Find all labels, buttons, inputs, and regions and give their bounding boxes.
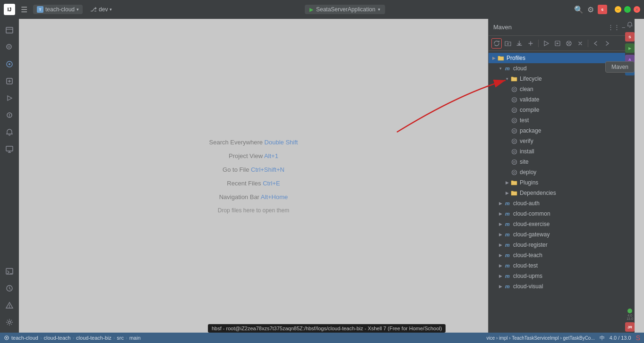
maven-add-folder-icon[interactable] — [503, 38, 513, 49]
main-breadcrumb[interactable]: main — [129, 335, 141, 341]
tree-item-clean[interactable]: clean — [489, 84, 635, 94]
sidebar-icon-clock[interactable] — [2, 281, 17, 296]
tree-item-validate[interactable]: validate — [489, 94, 635, 105]
sidebar-icon-git[interactable] — [2, 57, 17, 72]
folder-icon-profiles — [497, 54, 505, 62]
hamburger-icon[interactable]: ☰ — [19, 3, 29, 16]
install-label: install — [520, 148, 534, 155]
sidebar-icon-settings[interactable] — [2, 315, 17, 330]
chevron-cloud-gateway: ▶ — [497, 231, 504, 238]
maven-run-debug-icon[interactable] — [552, 38, 563, 49]
maven-forward-icon[interactable] — [602, 38, 612, 49]
close-button[interactable]: × — [634, 6, 640, 13]
tree-item-cloud-register[interactable]: ▶ m cloud-register — [489, 240, 635, 250]
tree-item-cloud-exercise[interactable]: ▶ m cloud-exercise — [489, 219, 635, 229]
main-area: Search Everywhere Double Shift Project V… — [19, 19, 635, 334]
chinese-label[interactable]: 中 — [600, 335, 605, 342]
maven-reload-icon[interactable] — [491, 38, 502, 49]
tree-item-compile[interactable]: compile — [489, 105, 635, 115]
tree-item-plugins[interactable]: ▶ Plugins — [489, 177, 635, 188]
minimize-button[interactable]: − — [615, 6, 621, 13]
tree-item-site[interactable]: site — [489, 157, 635, 167]
svg-point-17 — [512, 87, 516, 92]
maven-header: Maven ⋮⋮ — — [489, 19, 635, 36]
cloud-upms-label: cloud-upms — [513, 273, 542, 279]
m-icon-cloud: m — [504, 65, 511, 72]
gear-icon-deploy — [510, 168, 518, 176]
maven-skip-icon[interactable] — [564, 38, 574, 49]
cloud-visual-label: cloud-visual — [513, 283, 543, 290]
tree-item-dependencies[interactable]: ▶ Dependencies — [489, 188, 635, 198]
maven-back-icon[interactable] — [591, 38, 601, 49]
svg-rect-9 — [6, 268, 13, 274]
version-label-1: 4.0 — [627, 314, 632, 317]
src-breadcrumb[interactable]: src — [117, 335, 124, 341]
verify-label: verify — [520, 138, 533, 144]
m-icon-cloud-test: m — [504, 262, 511, 269]
sidebar-icon-terminal[interactable] — [2, 264, 17, 279]
shortcut-project: Alt+1 — [264, 152, 278, 159]
tree-item-cloud-teach[interactable]: ▶ m cloud-teach — [489, 250, 635, 260]
shortcut-goto: Ctrl+Shift+N — [251, 166, 284, 173]
module-breadcrumb[interactable]: cloud-teach — [44, 335, 71, 341]
sidebar-icon-run[interactable] — [2, 91, 17, 106]
app-run-icon: ▶ — [309, 7, 313, 13]
m-icon-cloud-register: m — [504, 241, 511, 249]
chevron-cloud: ▾ — [497, 65, 504, 72]
m-icon-cloud-common: m — [504, 210, 511, 218]
svg-point-4 — [9, 63, 10, 65]
tree-item-lifecycle[interactable]: ▾ Lifecycle — [489, 74, 635, 84]
sidebar-icon-build[interactable] — [2, 74, 17, 89]
s-icon[interactable]: S — [636, 334, 640, 342]
search-icon[interactable]: 🔍 — [574, 5, 584, 14]
folder-icon-dependencies — [510, 189, 518, 197]
maven-options-icon[interactable]: ⋮⋮ — [609, 23, 618, 32]
tree-item-test[interactable]: test — [489, 115, 635, 125]
chevron-cloud-upms: ▶ — [497, 273, 504, 279]
tree-item-package[interactable]: package — [489, 125, 635, 136]
sidebar-icon-debug[interactable] — [2, 108, 17, 123]
maven-stop-icon[interactable] — [575, 38, 585, 49]
sidebar-icon-monitor[interactable] — [2, 142, 17, 157]
tree-item-install[interactable]: install — [489, 146, 635, 157]
m-icon-cloud-upms: m — [504, 272, 511, 280]
svg-marker-6 — [8, 96, 12, 100]
chevron-cloud-exercise: ▶ — [497, 221, 504, 227]
app-name-selector[interactable]: ▶ SeataServerApplication ▾ — [305, 5, 385, 14]
project-selector[interactable]: T teach-cloud ▾ — [33, 5, 83, 14]
tree-item-deploy[interactable]: deploy — [489, 167, 635, 177]
tree-item-cloud-visual[interactable]: ▶ m cloud-visual — [489, 281, 635, 292]
right-plugin-icon-2[interactable]: ▶ — [625, 43, 635, 53]
breadcrumb-segment: teach-cloud › cloud-teach › cloud-teach-… — [4, 335, 141, 341]
svg-point-21 — [512, 108, 516, 112]
tree-item-cloud-auth[interactable]: ▶ m cloud-auth — [489, 198, 635, 209]
sidebar-icon-notifications[interactable] — [2, 125, 17, 140]
lifecycle-label: Lifecycle — [520, 75, 542, 82]
right-jr-icon[interactable]: JR — [625, 322, 635, 332]
shortcut-search: Double Shift — [265, 139, 298, 146]
hint-recent: Recent Files Ctrl+E — [209, 180, 298, 187]
gear-icon-verify — [510, 137, 518, 145]
tree-item-verify[interactable]: verify — [489, 136, 635, 146]
tree-item-cloud-common[interactable]: ▶ m cloud-common — [489, 209, 635, 219]
maven-plus-icon[interactable] — [525, 38, 536, 49]
settings-icon[interactable]: ⚙ — [587, 5, 594, 14]
maven-download-icon[interactable] — [514, 38, 524, 49]
sidebar-icon-warning[interactable] — [2, 298, 17, 313]
cloud-gateway-label: cloud-gateway — [513, 231, 550, 238]
tree-item-cloud-upms[interactable]: ▶ m cloud-upms — [489, 271, 635, 281]
submodule-breadcrumb[interactable]: cloud-teach-biz — [76, 335, 112, 341]
maven-run-icon[interactable] — [541, 38, 551, 49]
svg-point-11 — [9, 321, 11, 324]
branch-selector[interactable]: ⎇ dev ▾ — [86, 5, 116, 14]
sidebar-icon-search[interactable] — [2, 40, 17, 55]
tree-item-cloud-test[interactable]: ▶ m cloud-test — [489, 260, 635, 271]
right-notification-icon[interactable] — [626, 21, 634, 28]
sidebar-icon-project[interactable] — [2, 23, 17, 38]
maximize-button[interactable]: □ — [624, 6, 631, 13]
gear-icon-clean — [510, 85, 518, 93]
tree-item-cloud-gateway[interactable]: ▶ m cloud-gateway — [489, 229, 635, 240]
project-breadcrumb[interactable]: teach-cloud — [11, 335, 38, 341]
right-plugin-icon-1[interactable]: S — [625, 32, 635, 42]
svg-point-25 — [512, 128, 516, 133]
